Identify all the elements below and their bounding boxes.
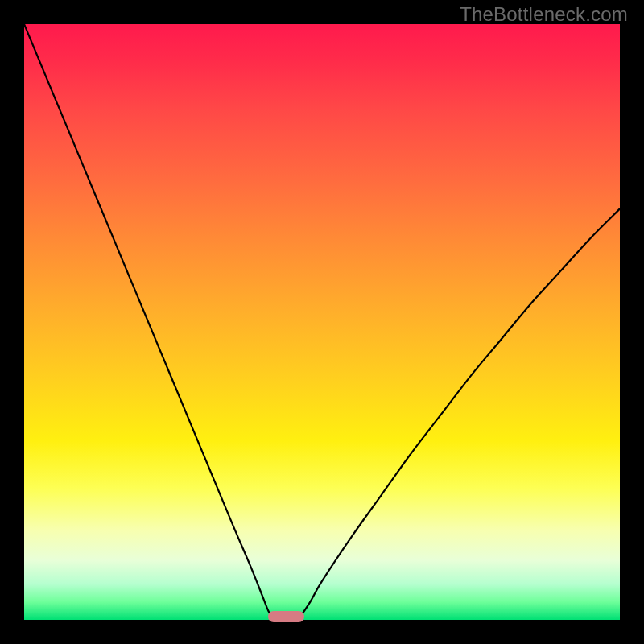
bottleneck-curve xyxy=(24,24,620,620)
plot-area xyxy=(24,24,620,620)
watermark-text: TheBottleneck.com xyxy=(460,3,628,26)
curve-left-branch xyxy=(24,24,275,620)
curve-right-branch xyxy=(298,208,620,620)
chart-frame: TheBottleneck.com xyxy=(0,0,644,644)
bottleneck-marker xyxy=(268,611,303,622)
